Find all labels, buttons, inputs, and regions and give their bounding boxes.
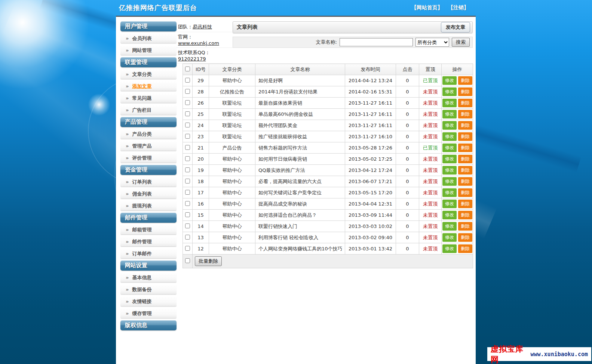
pin-status[interactable]: 未置顶 xyxy=(423,235,438,240)
sidebar-entry[interactable]: »友情链接 xyxy=(120,296,177,306)
edit-button[interactable]: 修改 xyxy=(442,155,457,163)
delete-button[interactable]: 删除 xyxy=(458,110,472,118)
row-checkbox[interactable] xyxy=(185,89,190,94)
edit-button[interactable]: 修改 xyxy=(442,211,457,219)
row-checkbox[interactable] xyxy=(185,179,190,183)
row-checkbox[interactable] xyxy=(185,134,190,139)
article-name-input[interactable] xyxy=(340,38,413,46)
sidebar-entry[interactable]: »佣金列表 xyxy=(120,189,177,199)
sidebar-entry[interactable]: »添加文章 xyxy=(120,81,177,91)
edit-button[interactable]: 修改 xyxy=(442,76,457,85)
delete-button[interactable]: 删除 xyxy=(458,211,472,219)
pin-status[interactable]: 未置顶 xyxy=(423,111,438,117)
sidebar-entry[interactable]: »用户管理 xyxy=(120,21,177,31)
edit-button[interactable]: 修改 xyxy=(442,99,457,107)
sidebar-entry[interactable]: »版权信息 xyxy=(120,320,177,330)
edit-button[interactable]: 修改 xyxy=(442,132,457,141)
pin-status[interactable]: 未置顶 xyxy=(423,134,438,139)
row-checkbox[interactable] xyxy=(185,78,190,83)
sidebar-entry[interactable]: »管理产品 xyxy=(120,141,177,151)
sidebar-entry[interactable]: »广告栏目 xyxy=(120,105,177,115)
sidebar-entry[interactable]: »订单列表 xyxy=(120,177,177,187)
pin-status[interactable]: 未置顶 xyxy=(423,89,438,95)
home-link[interactable]: 【网站首页】 xyxy=(411,4,443,11)
row-checkbox[interactable] xyxy=(185,123,190,127)
footer-link[interactable]: www.exunkj.com xyxy=(178,40,219,46)
row-checkbox[interactable] xyxy=(185,111,190,116)
delete-button[interactable]: 删除 xyxy=(458,121,472,130)
edit-button[interactable]: 修改 xyxy=(442,244,457,253)
category-select[interactable]: 所有分类 xyxy=(415,38,449,47)
delete-button[interactable]: 删除 xyxy=(458,233,472,242)
delete-button[interactable]: 删除 xyxy=(458,166,472,175)
sidebar-entry[interactable]: »常见问题 xyxy=(120,93,177,103)
footer-link[interactable]: 912022179 xyxy=(178,56,206,62)
edit-button[interactable]: 修改 xyxy=(442,121,457,130)
sidebar-entry[interactable]: »文章分类 xyxy=(120,69,177,79)
sidebar-entry[interactable]: »提现列表 xyxy=(120,201,177,211)
row-checkbox[interactable] xyxy=(185,167,190,172)
pin-status[interactable]: 未置顶 xyxy=(423,201,438,207)
edit-button[interactable]: 修改 xyxy=(442,177,457,186)
pin-status[interactable]: 未置顶 xyxy=(423,167,438,173)
sidebar-entry[interactable]: »数据备份 xyxy=(120,284,177,294)
publish-article-button[interactable]: 发布文章 xyxy=(441,22,470,33)
delete-button[interactable]: 删除 xyxy=(458,188,472,197)
delete-button[interactable]: 删除 xyxy=(458,200,472,208)
search-button[interactable]: 搜索 xyxy=(452,38,470,47)
batch-delete-button[interactable]: 批量删除 xyxy=(195,256,222,266)
sidebar-entry[interactable]: »邮件管理 xyxy=(120,237,177,247)
row-checkbox[interactable] xyxy=(185,235,190,240)
batch-select-checkbox[interactable] xyxy=(185,258,190,263)
edit-button[interactable]: 修改 xyxy=(442,200,457,208)
row-checkbox[interactable] xyxy=(185,190,190,195)
delete-button[interactable]: 删除 xyxy=(458,222,472,231)
pin-status[interactable]: 已置顶 xyxy=(423,145,438,151)
pin-status[interactable]: 未置顶 xyxy=(423,246,438,252)
sidebar-entry[interactable]: »邮件管理 xyxy=(120,213,177,223)
delete-button[interactable]: 删除 xyxy=(458,177,472,186)
row-checkbox[interactable] xyxy=(185,212,190,217)
footer-link[interactable]: 易讯科技 xyxy=(193,24,212,30)
edit-button[interactable]: 修改 xyxy=(442,144,457,152)
pin-status[interactable]: 未置顶 xyxy=(423,100,438,106)
sidebar-entry[interactable]: »会员列表 xyxy=(120,33,177,43)
row-checkbox[interactable] xyxy=(185,156,190,161)
delete-button[interactable]: 删除 xyxy=(458,132,472,141)
pin-status[interactable]: 已置顶 xyxy=(423,78,438,83)
delete-button[interactable]: 删除 xyxy=(458,87,472,96)
edit-button[interactable]: 修改 xyxy=(442,233,457,242)
pin-status[interactable]: 未置顶 xyxy=(423,212,438,218)
select-all-checkbox[interactable] xyxy=(185,67,190,71)
delete-button[interactable]: 删除 xyxy=(458,144,472,152)
row-checkbox[interactable] xyxy=(185,145,190,150)
delete-button[interactable]: 删除 xyxy=(458,155,472,163)
edit-button[interactable]: 修改 xyxy=(442,188,457,197)
sidebar-entry[interactable]: »产品分类 xyxy=(120,129,177,139)
sidebar-entry[interactable]: »网站管理 xyxy=(120,45,177,55)
row-checkbox[interactable] xyxy=(185,100,190,105)
sidebar-entry[interactable]: »订单邮件 xyxy=(120,249,177,259)
logout-link[interactable]: 【注销】 xyxy=(448,4,469,11)
pin-status[interactable]: 未置顶 xyxy=(423,179,438,184)
delete-button[interactable]: 删除 xyxy=(458,99,472,107)
delete-button[interactable]: 删除 xyxy=(458,244,472,253)
sidebar-entry[interactable]: »网站设置 xyxy=(120,260,177,271)
sidebar-entry[interactable]: »邮箱管理 xyxy=(120,225,177,235)
row-checkbox[interactable] xyxy=(185,201,190,206)
edit-button[interactable]: 修改 xyxy=(442,87,457,96)
sidebar-entry[interactable]: »评价管理 xyxy=(120,153,177,163)
sidebar-entry[interactable]: »基本信息 xyxy=(120,272,177,283)
pin-status[interactable]: 未置顶 xyxy=(423,156,438,162)
row-checkbox[interactable] xyxy=(185,246,190,251)
pin-status[interactable]: 未置顶 xyxy=(423,123,438,128)
pin-status[interactable]: 未置顶 xyxy=(423,223,438,229)
pin-status[interactable]: 未置顶 xyxy=(423,190,438,195)
sidebar-entry[interactable]: »缓存管理 xyxy=(120,308,177,318)
sidebar-entry[interactable]: »产品管理 xyxy=(120,117,177,127)
edit-button[interactable]: 修改 xyxy=(442,222,457,231)
row-checkbox[interactable] xyxy=(185,223,190,228)
delete-button[interactable]: 删除 xyxy=(458,76,472,85)
sidebar-entry[interactable]: »联盟管理 xyxy=(120,57,177,67)
sidebar-entry[interactable]: »资金管理 xyxy=(120,165,177,175)
